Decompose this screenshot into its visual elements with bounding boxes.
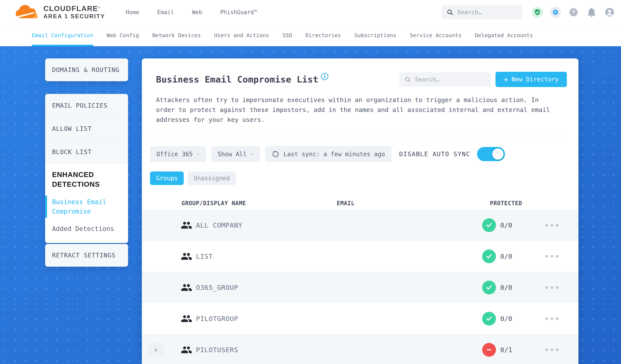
page-title: Business Email Compromise List: [156, 74, 318, 85]
table-row[interactable]: › PILOTUSERS 0/1: [142, 334, 578, 364]
toggle-knob: [492, 148, 503, 160]
topnav-web[interactable]: Web: [192, 9, 202, 16]
auto-sync-label: DISABLE AUTO SYNC: [399, 150, 470, 158]
protected-check-icon: [482, 312, 496, 326]
shield-check-icon[interactable]: [532, 6, 543, 18]
plus-icon: +: [504, 76, 508, 83]
list-search[interactable]: [399, 72, 491, 87]
info-icon[interactable]: i: [321, 73, 328, 80]
tab-unassigned[interactable]: Unassigned: [188, 172, 236, 185]
sidebar-section-enhanced-detections: ENHANCED DETECTIONS Business Email Compr…: [45, 164, 128, 243]
group-icon: [181, 219, 192, 231]
help-icon[interactable]: ?: [568, 6, 579, 18]
bell-icon[interactable]: [586, 6, 597, 18]
sidebar-item-retract-settings[interactable]: RETRACT SETTINGS: [45, 244, 128, 267]
sidebar-item-domains-routing[interactable]: DOMAINS & ROUTING: [45, 58, 128, 81]
tab-directories[interactable]: Directories: [305, 24, 341, 46]
main-panel: Business Email Compromise List i + New D…: [142, 58, 578, 364]
column-header-protected: PROTECTED: [490, 200, 522, 207]
chevron-down-icon: ▾: [251, 152, 253, 157]
last-sync-button[interactable]: Last sync: a few minutes ago: [265, 146, 392, 162]
divider: [150, 136, 567, 136]
column-header-email: EMAIL: [337, 200, 355, 207]
registered-mark: ®: [98, 6, 100, 9]
group-icon: [181, 282, 192, 293]
protected-count: 0/0: [500, 284, 512, 291]
group-icon: [181, 344, 192, 356]
table-row[interactable]: O365_GROUP 0/0: [142, 272, 578, 303]
gear-icon[interactable]: [550, 6, 561, 18]
group-icon: [181, 313, 192, 325]
page-description: Attackers often try to impersonate execu…: [156, 95, 559, 125]
group-name: LIST: [196, 252, 213, 260]
search-icon: [447, 9, 453, 16]
sidebar-item-business-email-compromise[interactable]: Business Email Compromise: [52, 197, 121, 216]
tab-web-config[interactable]: Web Config: [106, 24, 139, 46]
table-row[interactable]: LIST 0/0: [142, 241, 578, 272]
group-name: O365_GROUP: [196, 284, 238, 291]
table-body: ALL COMPANY 0/0 LIST: [142, 209, 578, 364]
topnav-phishguard[interactable]: PhishGuard™: [220, 9, 257, 16]
global-search[interactable]: [442, 5, 522, 19]
global-search-input[interactable]: [457, 9, 518, 16]
group-name: PILOTUSERS: [196, 346, 238, 354]
sidebar-item-email-policies[interactable]: EMAIL POLICIES: [45, 94, 128, 117]
protected-check-icon: [482, 249, 496, 263]
content-area: DOMAINS & ROUTING EMAIL POLICIES ALLOW L…: [0, 46, 621, 364]
search-icon: [405, 76, 411, 83]
new-directory-button[interactable]: + New Directory: [496, 72, 567, 87]
row-actions-menu[interactable]: [543, 253, 561, 260]
row-actions-menu[interactable]: [543, 284, 561, 291]
topnav-home[interactable]: Home: [126, 9, 139, 16]
show-filter-dropdown[interactable]: Show All ▾: [211, 146, 260, 162]
protected-count: 0/1: [500, 346, 512, 354]
auto-sync-toggle[interactable]: [477, 147, 505, 161]
protected-count: 0/0: [500, 252, 512, 260]
directory-filter-dropdown[interactable]: Office 365 ▾: [150, 146, 206, 162]
tab-subscriptions[interactable]: Subscriptions: [354, 24, 397, 46]
sidebar-item-added-detections[interactable]: Added Detections: [52, 224, 121, 234]
page: CLOUDFLARE® AREA 1 SECURITY Home Email W…: [0, 0, 621, 364]
row-actions-menu[interactable]: [543, 315, 561, 322]
group-name: ALL COMPANY: [196, 221, 242, 229]
chevron-down-icon: ▾: [197, 152, 200, 157]
row-actions-menu[interactable]: [543, 222, 561, 229]
sync-icon: [272, 150, 279, 158]
protected-count: 0/0: [500, 315, 512, 323]
expand-row-button[interactable]: ›: [148, 343, 164, 357]
not-protected-icon: [482, 343, 496, 357]
tab-network-devices[interactable]: Network Devices: [152, 24, 201, 46]
protected-count: 0/0: [500, 221, 512, 229]
topnav-email[interactable]: Email: [157, 9, 174, 16]
cloudflare-logo[interactable]: CLOUDFLARE® AREA 1 SECURITY: [13, 4, 105, 20]
group-name: PILOTGROUP: [196, 315, 238, 323]
tab-service-accounts[interactable]: Service Accounts: [410, 24, 462, 46]
sidebar-policies-card: EMAIL POLICIES ALLOW LIST BLOCK LIST ENH…: [45, 94, 128, 243]
tab-groups[interactable]: Groups: [150, 172, 184, 185]
column-header-group-name: GROUP/DISPLAY NAME: [182, 200, 246, 207]
tab-sso[interactable]: SSO: [282, 24, 292, 46]
top-nav: Home Email Web PhishGuard™: [126, 9, 257, 16]
header-icons: ?: [532, 6, 615, 18]
table-row[interactable]: ALL COMPANY 0/0: [142, 209, 578, 241]
protected-check-icon: [482, 218, 496, 232]
tab-delegated-accounts[interactable]: Delegated Accounts: [475, 24, 533, 46]
sidebar-item-block-list[interactable]: BLOCK LIST: [45, 140, 128, 164]
brand-text: CLOUDFLARE® AREA 1 SECURITY: [43, 4, 105, 20]
tab-email-configuration[interactable]: Email Configuration: [32, 24, 93, 46]
top-bar: CLOUDFLARE® AREA 1 SECURITY Home Email W…: [0, 0, 621, 24]
list-search-input[interactable]: [415, 76, 486, 83]
brand-subname: AREA 1 SECURITY: [43, 13, 105, 20]
avatar-icon[interactable]: [604, 6, 615, 18]
list-tabs: Groups Unassigned: [142, 172, 578, 185]
controls-row: Office 365 ▾ Show All ▾ Last sync: a few…: [142, 146, 578, 162]
table-row[interactable]: PILOTGROUP 0/0: [142, 303, 578, 334]
group-icon: [181, 251, 192, 262]
sidebar-item-allow-list[interactable]: ALLOW LIST: [45, 117, 128, 140]
panel-header: Business Email Compromise List i + New D…: [142, 58, 578, 87]
row-actions-menu[interactable]: [543, 346, 561, 353]
tab-users-and-actions[interactable]: Users and Actions: [214, 24, 269, 46]
protected-check-icon: [482, 281, 496, 295]
table-header: GROUP/DISPLAY NAME EMAIL PROTECTED: [142, 200, 578, 209]
sidebar-item-enhanced-detections[interactable]: ENHANCED DETECTIONS: [52, 170, 121, 189]
